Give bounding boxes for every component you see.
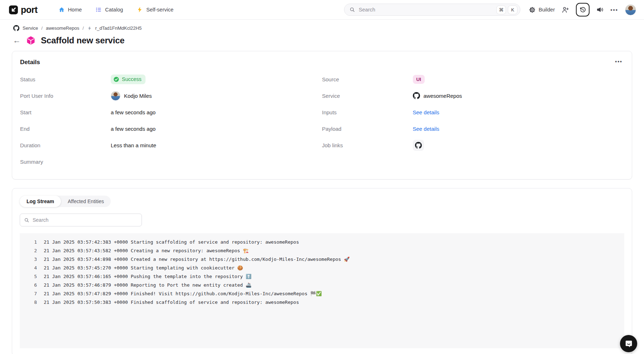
user-avatar[interactable] (625, 4, 636, 15)
user-avatar-small (111, 91, 120, 101)
log-line-text: 21 Jan 2025 03:57:44:898 +0000 Created a… (44, 257, 350, 262)
log-line-number: 7 (20, 291, 37, 296)
details-menu-button[interactable]: ••• (614, 59, 624, 64)
tab-affected-entities[interactable]: Affected Entities (61, 196, 111, 207)
github-job-link[interactable] (413, 140, 424, 151)
user-name: Kodjo Miles (124, 93, 152, 99)
megaphone-icon (596, 6, 604, 13)
log-search-input[interactable] (33, 217, 138, 223)
breadcrumb-run-id[interactable]: r_dTad1FnMdKcl22H5 (95, 25, 142, 31)
gear-icon (529, 6, 536, 13)
detail-row-inputs: Inputs See details (322, 104, 624, 120)
log-line: 821 Jan 2025 03:57:50:383 +0000 Finished… (20, 298, 624, 306)
search-icon (24, 217, 29, 223)
details-grid: Status Success Port User Info Kodjo Mile… (20, 71, 624, 170)
detail-label: Job links (322, 142, 413, 148)
detail-label: Start (20, 109, 111, 115)
breadcrumb-separator: / (41, 25, 43, 31)
detail-row-status: Status Success (20, 71, 322, 87)
detail-row-port-user-info: Port User Info Kodjo Miles (20, 87, 322, 104)
action-cube-icon (26, 36, 35, 45)
chat-launcher-button[interactable] (620, 335, 637, 352)
global-search-input[interactable] (359, 7, 495, 13)
cmd-key-chip: ⌘ (496, 5, 506, 14)
detail-row-source: Source UI (322, 71, 624, 87)
lightning-icon (137, 6, 143, 13)
detail-label: Status (20, 76, 111, 82)
details-right-column: Source UI Service awesomeRepos Inputs Se… (322, 71, 624, 170)
page-header: ← Scaffold new service (13, 35, 644, 46)
log-line: 421 Jan 2025 03:57:45:270 +0000 Starting… (20, 263, 624, 272)
runs-history-button[interactable] (576, 3, 590, 16)
log-line-text: 21 Jan 2025 03:57:43:582 +0000 Creating … (44, 248, 249, 253)
log-line-number: 3 (20, 257, 37, 262)
breadcrumb-entity[interactable]: awesomeRepos (46, 25, 79, 31)
history-icon (579, 6, 586, 13)
nav-item-catalog[interactable]: Catalog (95, 6, 123, 13)
top-navbar: port Home Catalog Self-service (0, 0, 644, 20)
detail-label: Summary (20, 159, 111, 165)
log-viewer[interactable]: 121 Jan 2025 03:57:42:383 +0000 Starting… (20, 233, 624, 348)
log-line: 321 Jan 2025 03:57:44:898 +0000 Created … (20, 255, 624, 263)
breadcrumb-service[interactable]: Service (23, 25, 38, 31)
log-line: 221 Jan 2025 03:57:43:582 +0000 Creating… (20, 246, 624, 255)
invite-user-button[interactable] (562, 6, 569, 14)
nav-item-self-service[interactable]: Self-service (137, 6, 173, 13)
service-name: awesomeRepos (424, 93, 462, 99)
port-logo[interactable]: port (9, 5, 38, 15)
detail-row-start: Start a few seconds ago (20, 104, 322, 120)
payload-see-details-link[interactable]: See details (413, 126, 439, 132)
detail-row-end: End a few seconds ago (20, 120, 322, 137)
log-line-text: 21 Jan 2025 03:57:45:270 +0000 Starting … (44, 265, 243, 271)
log-line-number: 2 (20, 248, 37, 253)
log-line-number: 4 (20, 265, 37, 271)
duration-value: Less than a minute (111, 142, 156, 148)
detail-row-job-links: Job links (322, 137, 624, 153)
log-line: 621 Jan 2025 03:57:46:879 +0000 Reportin… (20, 281, 624, 289)
log-search[interactable] (20, 214, 142, 226)
log-line-text: 21 Jan 2025 03:57:46:879 +0000 Reporting… (44, 282, 252, 288)
log-line-number: 5 (20, 274, 37, 279)
home-icon (58, 6, 65, 13)
log-line-text: 21 Jan 2025 03:57:42:383 +0000 Starting … (44, 239, 299, 245)
details-title: Details (20, 59, 40, 66)
detail-label: Port User Info (20, 93, 111, 99)
github-icon (413, 92, 420, 99)
details-header: Details ••• (20, 59, 624, 66)
builder-button[interactable]: Builder (529, 6, 555, 13)
tab-log-stream[interactable]: Log Stream (20, 196, 61, 207)
back-button[interactable]: ← (13, 37, 21, 44)
nav-item-label: Home (68, 7, 82, 13)
nav-item-label: Catalog (105, 7, 123, 13)
run-lightning-icon (87, 26, 92, 31)
detail-label: Inputs (322, 109, 413, 115)
end-time-value: a few seconds ago (111, 126, 156, 132)
log-line-text: 21 Jan 2025 03:57:50:383 +0000 Finished … (44, 300, 299, 305)
brand-name: port (21, 5, 38, 15)
navbar-actions: Builder (529, 3, 636, 16)
log-line-text: 21 Jan 2025 03:57:47:829 +0000 Finished!… (44, 291, 322, 296)
inputs-see-details-link[interactable]: See details (413, 109, 439, 115)
log-line-number: 8 (20, 300, 37, 305)
detail-row-service: Service awesomeRepos (322, 87, 624, 104)
search-icon (349, 7, 355, 13)
nav-item-home[interactable]: Home (58, 6, 82, 13)
chat-bubble-icon (624, 339, 633, 348)
status-text: Success (122, 76, 142, 82)
global-search[interactable]: ⌘ K (344, 4, 520, 16)
log-line-number: 1 (20, 239, 37, 245)
announcements-button[interactable] (596, 6, 604, 13)
detail-label: Service (322, 93, 413, 99)
github-icon (13, 25, 19, 31)
detail-row-summary: Summary (20, 153, 322, 170)
details-card: Details ••• Status Success Port User Inf… (12, 51, 632, 180)
check-circle-icon (113, 76, 119, 82)
port-logo-icon (9, 5, 18, 15)
breadcrumb-separator: / (82, 25, 84, 31)
detail-label: Payload (322, 126, 413, 132)
nav-item-label: Self-service (146, 7, 173, 13)
more-options-button[interactable]: ••• (610, 7, 618, 13)
log-line: 721 Jan 2025 03:57:47:829 +0000 Finished… (20, 289, 624, 298)
page-title: Scaffold new service (41, 35, 124, 46)
log-line-text: 21 Jan 2025 03:57:46:165 +0000 Pushing t… (44, 274, 252, 279)
